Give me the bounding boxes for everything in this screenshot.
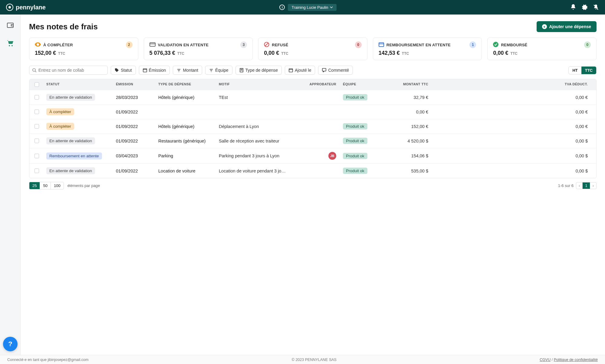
th-tva[interactable]: TVA DÉDUCT. <box>434 82 596 87</box>
cell-emission: 03/04/2023 <box>113 153 156 158</box>
cell-montant: 32,79 € <box>380 95 434 100</box>
page-size-label: éléments par page <box>67 183 100 188</box>
summary-card[interactable]: REMBOURSÉ00,00 € TTC <box>487 38 597 60</box>
table-row[interactable]: En attente de validation01/09/2022Locati… <box>29 163 596 178</box>
pagination-prev[interactable]: ‹ <box>576 182 583 189</box>
table-row[interactable]: En attente de validation28/03/2023Hôtels… <box>29 90 596 104</box>
table-row[interactable]: Remboursement en attente03/04/2023Parkin… <box>29 148 596 163</box>
cell-type: Hôtels (générique) <box>156 95 216 100</box>
pagination-range: 1-6 sur 6 <box>558 183 574 188</box>
svg-point-11 <box>493 42 498 47</box>
brand-mark-icon <box>6 4 13 11</box>
sidebar-item-cart[interactable] <box>6 39 14 47</box>
filter-equipe[interactable]: Équipe <box>205 66 232 75</box>
brand-logo[interactable]: pennylane <box>6 4 46 11</box>
cell-emission: 28/03/2023 <box>113 95 156 100</box>
svg-rect-27 <box>322 68 326 71</box>
search-input[interactable] <box>38 68 104 73</box>
add-expense-button[interactable]: + Ajouter une dépense <box>537 21 597 32</box>
row-checkbox[interactable] <box>35 169 39 173</box>
page-size-selector[interactable]: 2550100 <box>29 182 64 189</box>
summary-card[interactable]: REMBOURSEMENT EN ATTENTE1142,53 € TTC <box>373 38 482 60</box>
svg-rect-9 <box>379 43 384 47</box>
sliders-icon <box>209 68 213 72</box>
row-checkbox[interactable] <box>35 95 39 100</box>
card-count-badge: 0 <box>584 41 591 48</box>
summary-card[interactable]: VALIDATION EN ATTENTE35 076,33 € TTC <box>144 38 253 60</box>
summary-card[interactable]: À COMPLÉTER2152,00 € TTC <box>29 38 138 60</box>
toggle-ht[interactable]: HT <box>569 67 581 74</box>
filter-type[interactable]: Type de dépense <box>235 66 282 75</box>
topbar: pennylane i Training Lucie Paulin <box>0 0 605 15</box>
page-size-option[interactable]: 50 <box>40 182 51 189</box>
card-amount: 152,00 € TTC <box>35 50 133 56</box>
th-statut[interactable]: STATUT <box>44 82 113 87</box>
filter-statut[interactable]: Statut <box>111 66 136 75</box>
cell-tva: 0,00 $ <box>434 153 596 158</box>
cell-montant: 154,06 $ <box>380 153 434 158</box>
cell-tva: 0,00 $ <box>434 139 596 143</box>
calendar-icon <box>143 68 147 72</box>
th-motif[interactable]: MOTIF <box>216 82 301 87</box>
cell-motif: TEst <box>216 95 301 100</box>
ht-ttc-toggle[interactable]: HT TTC <box>568 66 597 74</box>
pagination-next[interactable]: › <box>590 182 596 189</box>
cell-team: Produit ok <box>340 94 380 100</box>
svg-rect-1 <box>7 23 13 28</box>
toggle-ttc[interactable]: TTC <box>581 67 596 74</box>
cell-emission: 01/09/2022 <box>113 124 156 129</box>
page-size-option[interactable]: 25 <box>29 182 40 189</box>
footer-cgvu-link[interactable]: CGVU <box>540 358 551 362</box>
search-input-wrapper[interactable] <box>29 66 108 75</box>
filter-ajoute[interactable]: Ajouté le <box>285 66 315 75</box>
sidebar-item-wallet[interactable] <box>6 21 14 29</box>
page-title: Mes notes de frais <box>29 22 98 31</box>
card-amount: 0,00 € TTC <box>264 50 362 56</box>
th-approbateur[interactable]: APPROBATEUR <box>301 82 340 87</box>
card-count-badge: 3 <box>240 41 247 48</box>
gear-icon[interactable] <box>581 4 587 10</box>
select-all-checkbox[interactable] <box>35 82 39 87</box>
info-icon[interactable]: i <box>279 5 285 10</box>
footer-privacy-link[interactable]: Politique de confidentialité <box>554 358 598 362</box>
filter-commente[interactable]: Commenté <box>318 66 353 75</box>
th-type[interactable]: TYPE DE DÉPENSE <box>156 82 216 87</box>
team-pill: Produit ok <box>343 153 367 159</box>
svg-rect-2 <box>11 25 13 26</box>
question-icon: ? <box>8 340 12 348</box>
approver-avatar: JB <box>328 152 336 160</box>
page-size-option[interactable]: 100 <box>51 182 64 189</box>
card-icon <box>150 42 156 48</box>
expenses-table: STATUT ÉMISSION TYPE DE DÉPENSE MOTIF AP… <box>29 79 597 178</box>
row-checkbox[interactable] <box>35 110 39 114</box>
cell-emission: 01/09/2022 <box>113 169 156 173</box>
th-equipe[interactable]: ÉQUIPE <box>340 82 380 87</box>
table-row[interactable]: À compléter01/09/2022Hôtels (générique)D… <box>29 119 596 133</box>
mute-bell-icon[interactable] <box>593 4 599 10</box>
card-label: REFUSÉ <box>272 43 288 47</box>
filter-montant[interactable]: Montant <box>173 66 202 75</box>
org-name: Training Lucie Paulin <box>291 5 328 10</box>
summary-card[interactable]: REFUSÉ00,00 € TTC <box>258 38 367 60</box>
row-checkbox[interactable] <box>35 154 39 158</box>
card-label: VALIDATION EN ATTENTE <box>158 43 209 47</box>
bell-icon[interactable] <box>570 4 576 10</box>
th-montant[interactable]: MONTANT TTC <box>380 82 434 87</box>
cell-type: Hôtels (générique) <box>156 124 216 129</box>
table-header: STATUT ÉMISSION TYPE DE DÉPENSE MOTIF AP… <box>29 79 596 90</box>
pagination-page-1[interactable]: 1 <box>583 182 590 189</box>
add-expense-label: Ajouter une dépense <box>549 24 591 29</box>
row-checkbox[interactable] <box>35 124 39 129</box>
filter-emission[interactable]: Émission <box>139 66 170 75</box>
org-switcher[interactable]: Training Lucie Paulin <box>288 4 337 11</box>
cell-type: Restaurants (générique) <box>156 139 216 143</box>
cell-team: Produit ok <box>340 138 380 144</box>
help-fab[interactable]: ? <box>3 337 18 351</box>
th-emission[interactable]: ÉMISSION <box>113 82 156 87</box>
table-row[interactable]: En attente de validation01/09/2022Restau… <box>29 133 596 148</box>
tag-icon <box>115 68 119 72</box>
row-checkbox[interactable] <box>35 139 39 143</box>
table-row[interactable]: À compléter01/09/20220,00 €0,00 € <box>29 104 596 119</box>
cell-montant: 152,00 € <box>380 124 434 129</box>
sliders-icon <box>177 68 181 72</box>
